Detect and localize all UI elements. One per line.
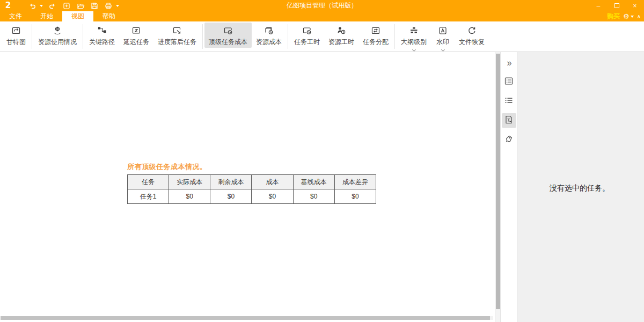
ribbon-button-label: 延迟任务 <box>123 38 149 47</box>
task-assign-icon <box>370 25 381 36</box>
undo-button[interactable] <box>28 2 36 10</box>
table-cell-remaining-cost[interactable]: $0 <box>210 189 252 204</box>
ribbon-button-watermark[interactable]: 水印 <box>431 23 455 52</box>
ribbon-divider <box>202 24 203 49</box>
ribbon-button-label: 任务工时 <box>294 38 320 47</box>
open-folder-icon <box>77 2 85 10</box>
ribbon-button-behind-schedule-tasks[interactable]: 进度落后任务 <box>153 23 201 48</box>
settings-gear-icon[interactable]: ⚙ <box>623 11 630 21</box>
print-icon <box>105 2 112 10</box>
ribbon-button-label: 资源工时 <box>328 38 354 47</box>
ribbon-divider <box>394 24 395 49</box>
resource-hours-icon <box>336 25 347 36</box>
task-info-panel-button[interactable] <box>502 75 516 89</box>
qat-customize-caret-icon[interactable] <box>116 5 119 7</box>
horizontal-scrollbar[interactable] <box>1 316 493 320</box>
ribbon-button-label: 关键路径 <box>89 38 115 47</box>
critical-path-icon <box>97 25 107 36</box>
column-header[interactable]: 剩余成本 <box>210 175 252 189</box>
vertical-scrollbar-thumb[interactable] <box>496 54 500 309</box>
gantt-chart-icon <box>11 25 21 36</box>
table-row: 任务1 $0 $0 $0 $0 $0 <box>128 189 376 204</box>
new-document-button[interactable] <box>62 2 71 10</box>
task-list-panel-button[interactable] <box>502 94 516 108</box>
vertical-scrollbar[interactable] <box>495 52 500 322</box>
top-task-cost-icon <box>223 25 233 36</box>
task-list-icon <box>504 96 514 107</box>
close-button[interactable]: × <box>626 0 644 11</box>
ribbon-button-task-hours[interactable]: 任务工时 <box>290 23 324 48</box>
ribbon-button-delayed-tasks[interactable]: 延迟任务 <box>119 23 153 48</box>
ribbon-button-resource-cost[interactable]: 资源成本 <box>252 23 286 48</box>
redo-icon <box>49 2 56 10</box>
redo-button[interactable] <box>48 2 57 10</box>
save-button[interactable] <box>90 2 99 10</box>
tab-file[interactable]: 文件 <box>0 11 31 21</box>
buy-link[interactable]: 购买 <box>607 12 620 21</box>
quick-access-toolbar <box>28 2 119 10</box>
table-cell-cost-variance[interactable]: $0 <box>334 189 376 204</box>
new-document-icon <box>63 2 70 10</box>
settings-caret-icon[interactable] <box>631 16 634 18</box>
ribbon-divider <box>32 24 32 49</box>
double-chevron-right-icon: » <box>507 57 511 69</box>
ribbon-button-label: 甘特图 <box>6 38 26 47</box>
table-header-row: 任务 实际成本 剩余成本 成本 基线成本 成本差异 <box>128 175 376 189</box>
ribbon-button-file-recovery[interactable]: 文件恢复 <box>455 23 489 48</box>
no-selection-message: 没有选中的任务。 <box>550 184 610 193</box>
task-hours-icon <box>302 25 312 36</box>
ribbon-button-label: 资源使用情况 <box>38 38 77 47</box>
ribbon-button-label: 进度落后任务 <box>158 38 196 47</box>
maximize-icon <box>614 3 619 8</box>
cost-table: 任务 实际成本 剩余成本 成本 基线成本 成本差异 任务1 $0 $0 $0 $… <box>127 174 376 204</box>
expand-panel-button[interactable]: » <box>502 55 516 70</box>
collapse-ribbon-icon[interactable]: ∧ <box>637 13 641 19</box>
column-header[interactable]: 基线成本 <box>293 175 334 189</box>
ribbon-button-gantt-chart[interactable]: 甘特图 <box>2 23 30 48</box>
column-header[interactable]: 实际成本 <box>169 175 210 189</box>
ribbon-button-resource-usage[interactable]: 资源使用情况 <box>34 23 81 48</box>
undo-dropdown-caret-icon[interactable] <box>40 5 43 7</box>
table-cell-baseline-cost[interactable]: $0 <box>293 189 334 204</box>
horizontal-scrollbar-thumb[interactable] <box>1 316 490 320</box>
ribbon-button-critical-path[interactable]: 关键路径 <box>85 23 119 48</box>
report-panel-button[interactable] <box>502 113 516 128</box>
outline-level-icon <box>408 25 419 36</box>
ribbon: 甘特图 资源使用情况 关键路径 <box>0 21 644 52</box>
table-cell-cost[interactable]: $0 <box>252 189 293 204</box>
print-button[interactable] <box>104 2 113 10</box>
report-page-icon <box>504 115 514 127</box>
dropdown-caret-icon <box>441 48 444 52</box>
ribbon-button-task-assignment[interactable]: 任务分配 <box>358 23 393 48</box>
ribbon-button-label: 顶级任务成本 <box>209 38 247 47</box>
table-cell-task-name[interactable]: 任务1 <box>128 189 169 204</box>
canvas-heading[interactable]: 所有顶级任务成本情况。 <box>127 162 207 172</box>
ribbon-button-label: 文件恢复 <box>459 38 485 47</box>
document-canvas[interactable]: 所有顶级任务成本情况。 任务 实际成本 剩余成本 成本 基线成本 成本差异 任务… <box>0 52 495 322</box>
column-header[interactable]: 任务 <box>128 175 169 189</box>
dropdown-caret-icon <box>412 48 415 52</box>
open-file-button[interactable] <box>76 2 85 10</box>
resource-usage-icon <box>52 25 63 36</box>
ribbon-divider <box>288 24 288 49</box>
tab-help[interactable]: 帮助 <box>93 11 125 21</box>
right-tool-strip: » <box>500 52 517 322</box>
titlebar: 2 <box>0 0 644 11</box>
tab-view[interactable]: 视图 <box>62 11 93 21</box>
ribbon-button-top-task-cost[interactable]: 顶级任务成本 <box>204 23 252 48</box>
ribbon-button-resource-hours[interactable]: 资源工时 <box>324 23 358 48</box>
behind-schedule-icon <box>172 25 182 36</box>
tab-home[interactable]: 开始 <box>31 11 62 21</box>
watermark-icon <box>437 25 448 36</box>
column-header[interactable]: 成本 <box>252 175 293 189</box>
ribbon-button-outline-level[interactable]: 大纲级别 <box>397 23 431 52</box>
delayed-task-icon <box>131 25 142 36</box>
tag-panel-button[interactable] <box>502 133 516 147</box>
column-header[interactable]: 成本差异 <box>334 175 376 189</box>
ribbon-button-label: 大纲级别 <box>401 38 427 47</box>
minimize-button[interactable]: – <box>589 0 608 11</box>
ribbon-button-label: 水印 <box>436 38 449 47</box>
ribbon-button-label: 资源成本 <box>256 38 282 47</box>
table-cell-actual-cost[interactable]: $0 <box>169 189 210 204</box>
maximize-button[interactable] <box>608 0 626 11</box>
